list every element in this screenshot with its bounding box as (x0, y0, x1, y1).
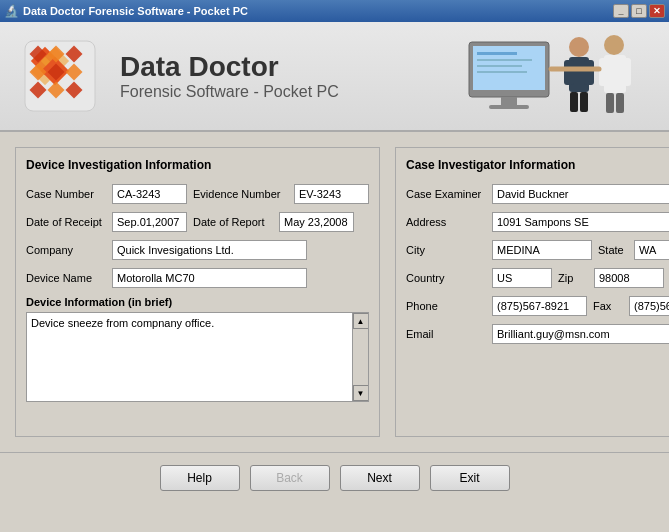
fax-input[interactable] (629, 296, 669, 316)
footer: Help Back Next Exit (0, 452, 669, 502)
city-state-row: City State (406, 240, 669, 260)
date-receipt-input[interactable] (112, 212, 187, 232)
city-label: City (406, 244, 486, 256)
state-input[interactable] (634, 240, 669, 260)
back-button[interactable]: Back (250, 465, 330, 491)
scrollbar: ▲ ▼ (352, 313, 368, 401)
city-input[interactable] (492, 240, 592, 260)
evidence-number-input[interactable] (294, 184, 369, 204)
investigator-panel-title: Case Investigator Information (406, 158, 669, 172)
device-info-label: Device Information (in brief) (26, 296, 369, 308)
case-examiner-label: Case Examiner (406, 188, 486, 200)
company-row: Company (26, 240, 369, 260)
svg-rect-17 (489, 105, 529, 109)
scroll-down-button[interactable]: ▼ (353, 385, 369, 401)
title-bar: 🔬 Data Doctor Forensic Software - Pocket… (0, 0, 669, 22)
case-examiner-row: Case Examiner (406, 184, 669, 204)
phone-fax-row: Phone Fax (406, 296, 669, 316)
address-input[interactable] (492, 212, 669, 232)
company-label: Company (26, 244, 106, 256)
country-input[interactable] (492, 268, 552, 288)
svg-rect-27 (580, 92, 588, 112)
device-info-section: Device Information (in brief) ▲ ▼ (26, 296, 369, 402)
address-label: Address (406, 216, 486, 228)
date-report-label: Date of Report (193, 216, 273, 228)
email-input[interactable] (492, 324, 669, 344)
device-investigation-panel: Device Investigation Information Case Nu… (15, 147, 380, 437)
country-label: Country (406, 272, 486, 284)
svg-rect-25 (584, 60, 594, 85)
date-report-input[interactable] (279, 212, 354, 232)
svg-rect-31 (621, 58, 631, 86)
address-row: Address (406, 212, 669, 232)
help-button[interactable]: Help (160, 465, 240, 491)
svg-rect-33 (616, 93, 624, 113)
svg-rect-26 (570, 92, 578, 112)
main-content: Device Investigation Information Case Nu… (0, 132, 669, 452)
device-name-label: Device Name (26, 272, 106, 284)
svg-rect-21 (477, 71, 527, 73)
evidence-number-label: Evidence Number (193, 188, 288, 200)
device-name-input[interactable] (112, 268, 307, 288)
svg-point-28 (604, 35, 624, 55)
email-label: Email (406, 328, 486, 340)
device-info-textarea[interactable] (27, 313, 352, 401)
company-input[interactable] (112, 240, 307, 260)
case-investigator-panel: Case Investigator Information Case Exami… (395, 147, 669, 437)
app-header: Data Doctor Forensic Software - Pocket P… (0, 22, 669, 132)
header-illustration (449, 27, 649, 127)
app-logo (20, 36, 100, 116)
svg-rect-18 (477, 52, 517, 55)
device-panel-title: Device Investigation Information (26, 158, 369, 172)
scroll-up-button[interactable]: ▲ (353, 313, 369, 329)
svg-rect-24 (564, 60, 574, 85)
device-name-row: Device Name (26, 268, 369, 288)
minimize-button[interactable]: _ (613, 4, 629, 18)
scroll-track (354, 329, 368, 385)
svg-rect-30 (599, 58, 609, 86)
svg-rect-16 (501, 97, 517, 105)
case-number-input[interactable] (112, 184, 187, 204)
date-receipt-label: Date of Receipt (26, 216, 106, 228)
state-label: State (598, 244, 628, 256)
svg-rect-20 (477, 65, 522, 67)
phone-label: Phone (406, 300, 486, 312)
close-button[interactable]: ✕ (649, 4, 665, 18)
exit-button[interactable]: Exit (430, 465, 510, 491)
title-bar-text: Data Doctor Forensic Software - Pocket P… (23, 5, 248, 17)
next-button[interactable]: Next (340, 465, 420, 491)
email-row: Email (406, 324, 669, 344)
maximize-button[interactable]: □ (631, 4, 647, 18)
zip-input[interactable] (594, 268, 664, 288)
device-info-container: ▲ ▼ (26, 312, 369, 402)
svg-rect-19 (477, 59, 532, 61)
title-bar-icon: 🔬 (4, 4, 19, 18)
case-number-label: Case Number (26, 188, 106, 200)
title-bar-buttons: _ □ ✕ (613, 4, 665, 18)
date-receipt-row: Date of Receipt Date of Report (26, 212, 369, 232)
case-examiner-input[interactable] (492, 184, 669, 204)
svg-rect-32 (606, 93, 614, 113)
phone-input[interactable] (492, 296, 587, 316)
country-zip-row: Country Zip (406, 268, 669, 288)
fax-label: Fax (593, 300, 623, 312)
zip-label: Zip (558, 272, 588, 284)
case-number-row: Case Number Evidence Number (26, 184, 369, 204)
svg-point-22 (569, 37, 589, 57)
